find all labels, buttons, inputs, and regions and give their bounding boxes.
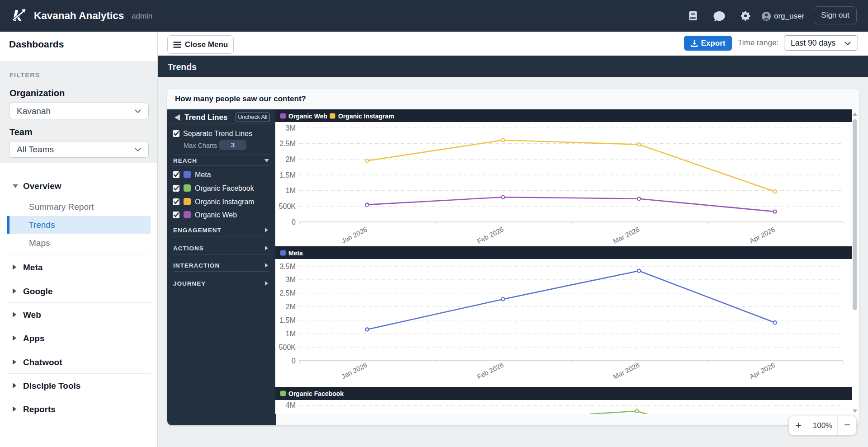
svg-text:0: 0 <box>292 218 296 226</box>
svg-text:0: 0 <box>292 357 296 365</box>
svg-text:Organic Instagram: Organic Instagram <box>338 113 394 120</box>
svg-text:3M: 3M <box>286 124 296 132</box>
svg-text:2.5M: 2.5M <box>279 289 296 297</box>
svg-text:2.5M: 2.5M <box>279 140 296 147</box>
svg-text:500K: 500K <box>279 343 296 351</box>
svg-text:3M: 3M <box>286 276 296 283</box>
svg-text:Organic Web: Organic Web <box>288 113 327 120</box>
svg-text:2M: 2M <box>286 155 296 163</box>
svg-text:Organic Facebook: Organic Facebook <box>288 390 344 397</box>
svg-text:1.5M: 1.5M <box>279 316 296 324</box>
svg-text:4M: 4M <box>286 401 296 409</box>
svg-text:1.5M: 1.5M <box>279 171 296 179</box>
svg-text:1M: 1M <box>286 330 296 338</box>
svg-text:500K: 500K <box>279 202 296 210</box>
svg-text:2M: 2M <box>286 303 296 311</box>
svg-text:Meta: Meta <box>288 249 303 257</box>
svg-text:1M: 1M <box>286 187 296 194</box>
svg-text:3.5M: 3.5M <box>279 263 296 270</box>
